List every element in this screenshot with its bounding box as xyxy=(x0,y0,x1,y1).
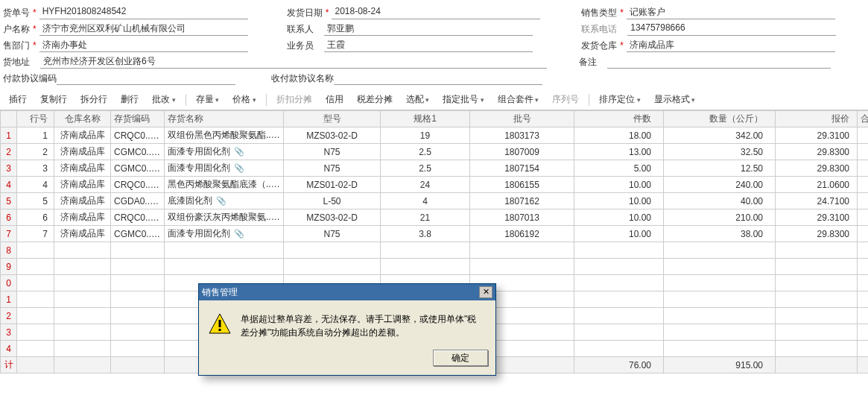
split-row-button[interactable]: 拆分行 xyxy=(75,91,113,108)
cell-pcs[interactable]: 10.00 xyxy=(574,209,664,226)
attachment-icon[interactable]: 📎 xyxy=(155,180,164,189)
cell-name[interactable]: 黑色丙烯酸聚氨酯底漆（... 📎 xyxy=(165,177,284,193)
stock-button[interactable]: 存量 xyxy=(190,91,226,108)
dialog-titlebar[interactable]: 销售管理 ✕ xyxy=(199,284,495,300)
col-spec[interactable]: 规格1 xyxy=(381,111,470,127)
attachment-icon[interactable]: 📎 xyxy=(155,197,165,206)
col-lot[interactable]: 批号 xyxy=(470,111,574,127)
cell-name[interactable]: 双组份豪沃灰丙烯酸聚氨... 📎 xyxy=(165,209,284,226)
cell-price[interactable]: 29.8300 xyxy=(776,226,858,242)
cell-wh[interactable]: 济南成品库 xyxy=(54,160,111,177)
wh-value[interactable]: 济南成品库 xyxy=(627,39,835,52)
order-no-value[interactable]: HYFH201808248542 xyxy=(39,6,248,19)
cell-qty[interactable]: 32.50 xyxy=(664,144,776,160)
cell-pcs[interactable]: 13.00 xyxy=(574,144,664,160)
price-button[interactable]: 价格 xyxy=(226,91,262,108)
dept-value[interactable]: 济南办事处 xyxy=(39,39,248,52)
cell-name[interactable]: 底漆固化剂 📎 xyxy=(165,193,284,209)
cell-model[interactable]: L-50 xyxy=(284,193,381,209)
attachment-icon[interactable]: 📎 xyxy=(232,147,246,156)
cell-code[interactable]: CGMC0... 📎 xyxy=(111,160,165,177)
cell-spec[interactable]: 19 xyxy=(381,127,470,144)
addr-value[interactable]: 兖州市经济开发区创业路6号 xyxy=(40,55,547,69)
sale-type-value[interactable]: 记账客户 xyxy=(627,6,835,19)
cell-spec[interactable]: 2.5 xyxy=(381,160,470,177)
col-price[interactable]: 报价 xyxy=(776,111,858,127)
cell-name[interactable]: 双组份黑色丙烯酸聚氨酯... 📎 xyxy=(165,127,284,144)
discount-button[interactable]: 折扣分摊 xyxy=(270,91,318,108)
cell-qty[interactable]: 210.00 xyxy=(664,209,776,226)
table-row[interactable]: 22济南成品库CGMC0... 📎面漆专用固化剂 📎N752.518070091… xyxy=(1,144,869,160)
cell-spec[interactable]: 2.5 xyxy=(381,144,470,160)
ok-button[interactable]: 确定 xyxy=(433,350,488,366)
sales-value[interactable]: 王霞 xyxy=(324,39,533,52)
col-code[interactable]: 存货编码 xyxy=(111,111,165,127)
cell-code[interactable]: CRQC0... 📎 xyxy=(111,177,165,193)
cell-pcs[interactable]: 5.00 xyxy=(574,160,664,177)
cell-lot[interactable]: 1806192 xyxy=(470,226,574,242)
attachment-icon[interactable]: 📎 xyxy=(232,163,246,172)
cell-pcs[interactable]: 18.00 xyxy=(574,127,664,144)
col-model[interactable]: 型号 xyxy=(284,111,381,127)
cell-wh[interactable]: 济南成品库 xyxy=(54,127,111,144)
cell-wh[interactable]: 济南成品库 xyxy=(54,177,111,193)
cell-seq[interactable]: 3 xyxy=(17,160,54,177)
cell-pcs[interactable]: 10.00 xyxy=(574,177,664,193)
cell-lot[interactable]: 1807154 xyxy=(470,160,574,177)
cell-wh[interactable]: 济南成品库 xyxy=(54,193,111,209)
ship-date-value[interactable]: 2018-08-24 xyxy=(332,6,540,19)
cell-wh[interactable]: 济南成品库 xyxy=(54,144,111,160)
cell-qty[interactable]: 240.00 xyxy=(664,177,776,193)
cell-qty[interactable]: 342.00 xyxy=(664,127,776,144)
col-pcs[interactable]: 件数 xyxy=(574,111,664,127)
col-qty[interactable]: 数量（公斤） xyxy=(664,111,776,127)
cell-qty[interactable]: 40.00 xyxy=(664,193,776,209)
tax-button[interactable]: 税差分摊 xyxy=(351,91,399,108)
col-name[interactable]: 存货名称 xyxy=(165,111,284,127)
cell-model[interactable]: MZS03-02-D xyxy=(284,127,381,144)
cell-spec[interactable]: 21 xyxy=(381,209,470,226)
close-icon[interactable]: ✕ xyxy=(479,286,492,298)
cell-spec[interactable]: 24 xyxy=(381,177,470,193)
cell-lot[interactable]: 1807162 xyxy=(470,193,574,209)
attachment-icon[interactable]: 📎 xyxy=(156,230,165,239)
table-row[interactable]: 66济南成品库CRQC0... 📎双组份豪沃灰丙烯酸聚氨... 📎MZS03-0… xyxy=(1,209,869,226)
cell-code[interactable]: CGDA0... 📎 xyxy=(111,193,165,209)
cell-price[interactable]: 29.8300 xyxy=(776,144,858,160)
cell-name[interactable]: 面漆专用固化剂 📎 xyxy=(165,144,284,160)
cell-name[interactable]: 面漆专用固化剂 📎 xyxy=(165,160,284,177)
format-button[interactable]: 显示格式 xyxy=(648,91,702,108)
cell-spec[interactable]: 4 xyxy=(381,193,470,209)
contact-value[interactable]: 郭亚鹏 xyxy=(324,22,533,36)
paycode-value[interactable] xyxy=(57,72,235,85)
batch-button[interactable]: 指定批号 xyxy=(437,91,490,108)
cell-model[interactable]: MZS03-02-D xyxy=(284,209,381,226)
cell-code[interactable]: CGMC0... 📎 xyxy=(111,144,165,160)
cell-price[interactable]: 24.7100 xyxy=(776,193,858,209)
option-button[interactable]: 选配 xyxy=(400,91,436,108)
cell-price[interactable]: 21.0600 xyxy=(776,177,858,193)
cell-seq[interactable]: 1 xyxy=(17,127,54,144)
cell-seq[interactable]: 5 xyxy=(17,193,54,209)
delete-row-button[interactable]: 删行 xyxy=(115,91,145,108)
table-row[interactable]: 44济南成品库CRQC0... 📎黑色丙烯酸聚氨酯底漆（... 📎MZS01-0… xyxy=(1,177,869,193)
cell-model[interactable]: N75 xyxy=(284,226,381,242)
cell-model[interactable]: MZS01-02-D xyxy=(284,177,381,193)
cell-price[interactable]: 29.8300 xyxy=(776,160,858,177)
cell-pcs[interactable]: 10.00 xyxy=(574,193,664,209)
approve-button[interactable]: 批改 xyxy=(146,91,182,108)
copy-row-button[interactable]: 复制行 xyxy=(34,91,73,108)
remark-value[interactable] xyxy=(607,55,831,69)
cell-model[interactable]: N75 xyxy=(284,144,381,160)
cell-qty[interactable]: 38.00 xyxy=(664,226,776,242)
cell-lot[interactable]: 1803173 xyxy=(470,127,574,144)
attachment-icon[interactable]: 📎 xyxy=(155,131,164,140)
col-seq[interactable]: 行号 xyxy=(17,111,54,127)
col-warehouse[interactable]: 仓库名称 xyxy=(54,111,111,127)
cell-lot[interactable]: 1807013 xyxy=(470,209,574,226)
cell-seq[interactable]: 4 xyxy=(17,177,54,193)
cell-price[interactable]: 29.3100 xyxy=(776,127,858,144)
attachment-icon[interactable]: 📎 xyxy=(155,213,164,222)
cell-code[interactable]: CRQC0... 📎 xyxy=(111,127,165,144)
cell-seq[interactable]: 2 xyxy=(17,144,54,160)
